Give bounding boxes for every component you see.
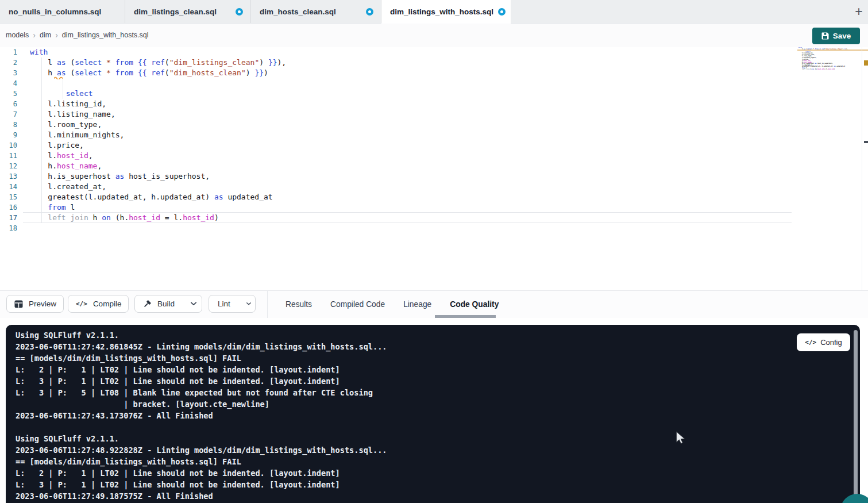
floppy-disk-icon — [821, 32, 829, 40]
code-line: h as (select * from {{ ref("dim_hosts_cl… — [30, 68, 268, 78]
code-brackets-icon: </> — [76, 300, 87, 308]
table-icon — [14, 300, 23, 308]
line-number: 4 — [0, 78, 17, 89]
breadcrumb-file[interactable]: dim_listings_with_hosts.sql — [62, 31, 149, 39]
code-line: with — [30, 47, 48, 57]
breadcrumb: models › dim › dim_listings_with_hosts.s… — [6, 31, 149, 39]
line-number: 5 — [0, 89, 17, 99]
terminal-line: 2023-06-06T11:27:42.861845Z - Linting mo… — [16, 341, 387, 352]
line-number: 12 — [0, 161, 17, 171]
editor-tab-dim_hosts_clean.sql[interactable]: dim_hosts_clean.sql — [251, 0, 381, 23]
terminal-line: Using SQLFluff v2.1.1. — [16, 433, 119, 444]
terminal-line: L: 3 | P: 5 | LT08 | Blank line expected… — [16, 387, 373, 398]
modified-dot-icon — [498, 8, 506, 16]
lint-split-button: Lint — [209, 295, 256, 313]
line-number: 6 — [0, 99, 17, 109]
tab-compiled-code[interactable]: Compiled Code — [330, 300, 385, 309]
breadcrumb-dim[interactable]: dim — [40, 31, 51, 39]
active-tab-underline — [435, 315, 496, 318]
terminal-scrollbar-thumb[interactable] — [854, 330, 858, 501]
terminal-line: == [models/dim/dim_listings_with_hosts.s… — [16, 352, 241, 364]
breadcrumb-models[interactable]: models — [6, 31, 29, 39]
line-number: 7 — [0, 109, 17, 120]
line-number: 10 — [0, 140, 17, 151]
tab-label: dim_listings_clean.sql — [134, 7, 217, 16]
lint-warning-squiggle-icon — [54, 76, 65, 79]
code-line: greatest(l.updated_at, h.updated_at) as … — [30, 192, 273, 202]
overview-ruler-divider — [862, 47, 862, 290]
chevron-right-icon: › — [33, 31, 36, 39]
code-line: from l — [30, 202, 75, 213]
code-line: l.host_id, — [30, 151, 93, 161]
mouse-cursor — [676, 431, 686, 445]
code-line: l.minimum_nights, — [30, 130, 124, 140]
line-number: 14 — [0, 182, 17, 192]
lint-button-label: Lint — [217, 300, 232, 308]
line-number: 13 — [0, 171, 17, 182]
code-line: l.created_at, — [30, 182, 106, 192]
build-split-button: Build — [134, 295, 202, 313]
line-number: 16 — [0, 202, 17, 213]
code-line: l.price, — [30, 140, 84, 151]
compile-button[interactable]: </> Compile — [68, 295, 129, 313]
code-line: h.host_name, — [30, 161, 102, 171]
config-button[interactable]: </> Config — [797, 333, 850, 351]
code-line: left join h on (h.host_id = l.host_id) — [30, 213, 219, 223]
hammer-icon — [142, 300, 152, 309]
tab-results[interactable]: Results — [286, 300, 312, 309]
preview-button-label: Preview — [28, 300, 57, 308]
code-line: l.room_type, — [30, 120, 102, 130]
terminal-line: L: 2 | P: 1 | LT02 | Line should not be … — [16, 364, 340, 375]
code-line: l.listing_name, — [30, 109, 115, 120]
minimap-line: left join h on (h.host_id = l.host_id) — [798, 69, 856, 71]
terminal-line: L: 2 | P: 1 | LT02 | Line should not be … — [16, 467, 340, 479]
new-tab-button[interactable]: + — [851, 3, 867, 20]
chevron-down-icon — [246, 302, 251, 306]
editor-tab-bar: no_nulls_in_columns.sqldim_listings_clea… — [0, 0, 868, 24]
overview-ruler-cursor-marker — [864, 141, 868, 143]
editor-tab-dim_listings_clean.sql[interactable]: dim_listings_clean.sql — [125, 0, 251, 23]
terminal-line: 2023-06-06T11:27:48.922828Z - Linting mo… — [16, 444, 387, 456]
line-number: 15 — [0, 192, 17, 202]
minimap-warning-band — [797, 49, 868, 51]
editor-tab-dim_listings_with_hosts.sql[interactable]: dim_listings_with_hosts.sql — [381, 0, 511, 24]
code-line: l.listing_id, — [30, 99, 106, 109]
line-number: 17 — [0, 213, 17, 223]
preview-button[interactable]: Preview — [6, 295, 64, 313]
modified-dot-icon — [366, 8, 373, 16]
action-toolbar: Preview </> Compile Build Lint — [0, 290, 868, 318]
save-button[interactable]: Save — [812, 28, 860, 44]
build-button[interactable]: Build — [135, 295, 183, 312]
compile-button-label: Compile — [92, 300, 123, 308]
line-number: 2 — [0, 57, 17, 68]
dbt-ide-screen: { "tabbar": { "tabs": [ {"label": "no_nu… — [0, 0, 868, 503]
toolbar-divider — [267, 291, 268, 318]
line-number: 9 — [0, 130, 17, 140]
editor-tab-no_nulls_in_columns.sql[interactable]: no_nulls_in_columns.sql — [0, 0, 125, 23]
config-button-label: Config — [820, 338, 842, 347]
minimap[interactable]: with l as (select * from {{ ref("dim_lis… — [798, 47, 856, 116]
tab-code-quality[interactable]: Code Quality — [450, 300, 499, 309]
build-button-label: Build — [156, 300, 176, 308]
line-number: 18 — [0, 223, 17, 233]
lint-dropdown-button[interactable] — [239, 295, 259, 312]
tab-label: no_nulls_in_columns.sql — [9, 7, 101, 16]
tab-label: dim_listings_with_hosts.sql — [390, 7, 493, 16]
modified-dot-icon — [236, 8, 243, 16]
build-dropdown-button[interactable] — [183, 295, 204, 312]
lint-button[interactable]: Lint — [209, 295, 239, 312]
line-number: 11 — [0, 151, 17, 161]
line-number: 1 — [0, 47, 17, 57]
file-header-row: models › dim › dim_listings_with_hosts.s… — [0, 24, 868, 48]
chevron-right-icon: › — [55, 31, 58, 39]
code-editor[interactable]: 123456789101112131415161718 with l as (s… — [0, 47, 868, 290]
terminal-line: == [models/dim/dim_listings_with_hosts.s… — [16, 456, 241, 467]
terminal-output-panel[interactable]: </> Config Using SQLFluff v2.1.1.2023-06… — [6, 325, 860, 503]
terminal-line: Using SQLFluff v2.1.1. — [16, 329, 119, 341]
terminal-line: 2023-06-06T11:27:49.187575Z - All Finish… — [16, 490, 213, 502]
tab-lineage[interactable]: Lineage — [403, 300, 431, 309]
results-tab-strip: ResultsCompiled CodeLineageCode Quality — [286, 291, 499, 318]
terminal-line: L: 3 | P: 1 | LT02 | Line should not be … — [16, 375, 340, 387]
code-line: l as (select * from {{ ref("dim_listings… — [30, 57, 286, 68]
code-brackets-icon: </> — [805, 339, 816, 346]
